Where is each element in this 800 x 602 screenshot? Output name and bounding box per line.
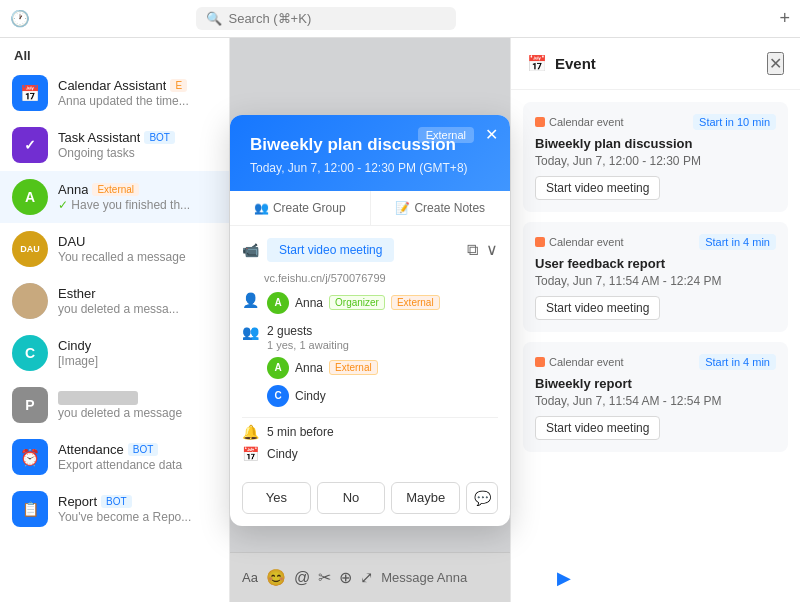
message-icon-button[interactable]: 💬 (466, 482, 498, 514)
avatar-task: ✓ (12, 127, 48, 163)
group-icon: 👥 (254, 201, 269, 215)
chat-preview: you deleted a messa... (58, 302, 217, 316)
calendar-icon: 📅 (242, 446, 259, 462)
event-time-badge-3: Start in 4 min (699, 354, 776, 370)
chat-item-calendar-assistant[interactable]: 📅 Calendar Assistant E Anna updated the … (0, 67, 229, 119)
organizer-row: 👤 A Anna Organizer External (242, 292, 498, 314)
tab-create-notes[interactable]: 📝 Create Notes (371, 191, 511, 225)
chat-item-task-assistant[interactable]: ✓ Task Assistant BOT Ongoing tasks (0, 119, 229, 171)
guest-external-tag: External (329, 360, 378, 375)
guests-count: 2 guests (267, 324, 378, 338)
copy-link-icon[interactable]: ⧉ (467, 241, 478, 259)
avatar-cindy: C (12, 335, 48, 371)
event-time-2: Today, Jun 7, 11:54 AM - 12:24 PM (535, 274, 776, 288)
guests-row: 👥 2 guests 1 yes, 1 awaiting A Anna Exte… (242, 324, 498, 407)
chat-badge: BOT (128, 443, 159, 456)
event-panel: 📅 Event ✕ Calendar event Start in 10 min… (510, 38, 800, 602)
chat-area: External ✕ Biweekly plan discussion Toda… (230, 38, 510, 602)
guest-avatar-cindy: C (267, 385, 289, 407)
chat-name: Esther (58, 286, 96, 301)
event-icon: 📅 (527, 54, 547, 73)
start-video-button[interactable]: Start video meeting (267, 238, 394, 262)
modal-body: 📹 Start video meeting ⧉ ∨ vc.feishu.cn/j… (230, 226, 510, 474)
event-title-1: Biweekly plan discussion (535, 136, 776, 151)
chat-preview: Anna updated the time... (58, 94, 217, 108)
event-card-3: Calendar event Start in 4 min Biweekly r… (523, 342, 788, 452)
event-type-1: Calendar event (535, 116, 624, 128)
chat-name: DAU (58, 234, 85, 249)
yes-button[interactable]: Yes (242, 482, 311, 514)
bell-icon: 🔔 (242, 424, 259, 440)
chat-preview: Ongoing tasks (58, 146, 217, 160)
history-icon[interactable]: 🕐 (10, 9, 30, 28)
chat-preview: You recalled a message (58, 250, 217, 264)
avatar-attendance: ⏰ (12, 439, 48, 475)
chat-name: Cindy (58, 338, 91, 353)
tab-create-group[interactable]: 👥 Create Group (230, 191, 371, 225)
chat-item-cindy[interactable]: C Cindy [Image] (0, 327, 229, 379)
chat-preview: you deleted a message (58, 406, 217, 420)
chat-preview: [Image] (58, 354, 217, 368)
event-time-badge-1: Start in 10 min (693, 114, 776, 130)
event-time-badge-2: Start in 4 min (699, 234, 776, 250)
send-button[interactable]: ▶ (557, 567, 571, 589)
chat-item-report[interactable]: 📋 Report BOT You've become a Repo... (0, 483, 229, 535)
event-panel-title: Event (555, 55, 759, 72)
chat-name: Calendar Assistant (58, 78, 166, 93)
maybe-button[interactable]: Maybe (391, 482, 460, 514)
expand-icon[interactable]: ∨ (486, 240, 498, 259)
chat-badge: E (170, 79, 187, 92)
chat-badge: BOT (101, 495, 132, 508)
chat-item-dau[interactable]: DAU DAU You recalled a message (0, 223, 229, 275)
no-button[interactable]: No (317, 482, 386, 514)
avatar-esther (12, 283, 48, 319)
modal-overlay: External ✕ Biweekly plan discussion Toda… (230, 38, 510, 602)
event-card-2: Calendar event Start in 4 min User feedb… (523, 222, 788, 332)
divider (242, 417, 498, 418)
search-input[interactable] (228, 11, 446, 26)
start-meeting-button-1[interactable]: Start video meeting (535, 176, 660, 200)
video-icon: 📹 (242, 242, 259, 258)
chat-badge: External (92, 183, 139, 196)
event-card-header-1: Calendar event Start in 10 min (535, 114, 776, 130)
chat-name: Task Assistant (58, 130, 140, 145)
sidebar-header: All (0, 38, 229, 67)
chat-item-platform[interactable]: P you deleted a message (0, 379, 229, 431)
event-time-3: Today, Jun 7, 11:54 AM - 12:54 PM (535, 394, 776, 408)
chat-preview: ✓ Have you finished th... (58, 198, 217, 212)
chat-name: Attendance (58, 442, 124, 457)
sidebar: All 📅 Calendar Assistant E Anna updated … (0, 38, 230, 602)
event-card-1: Calendar event Start in 10 min Biweekly … (523, 102, 788, 212)
chat-badge: BOT (144, 131, 175, 144)
meeting-link: vc.feishu.cn/j/570076799 (264, 272, 498, 284)
guest-name-cindy: Cindy (295, 389, 326, 403)
guests-icon: 👥 (242, 324, 259, 340)
notes-icon: 📝 (395, 201, 410, 215)
avatar-calendar: 📅 (12, 75, 48, 111)
person-icon: 👤 (242, 292, 259, 308)
organizer-tag: Organizer (329, 295, 385, 310)
guests-status: 1 yes, 1 awaiting (267, 339, 378, 351)
external-tag: External (391, 295, 440, 310)
modal-subtitle: Today, Jun 7, 12:00 - 12:30 PM (GMT+8) (250, 161, 490, 175)
start-meeting-button-2[interactable]: Start video meeting (535, 296, 660, 320)
chat-item-anna[interactable]: A Anna External ✓ Have you finished th..… (0, 171, 229, 223)
modal-close-button[interactable]: ✕ (485, 125, 498, 144)
chat-name: Anna (58, 182, 88, 197)
start-meeting-button-3[interactable]: Start video meeting (535, 416, 660, 440)
guest-item-anna: A Anna External (267, 357, 378, 379)
chat-item-attendance[interactable]: ⏰ Attendance BOT Export attendance data (0, 431, 229, 483)
chat-item-esther[interactable]: Esther you deleted a messa... (0, 275, 229, 327)
top-bar: 🕐 🔍 + (0, 0, 800, 38)
event-dot-3 (535, 357, 545, 367)
event-panel-close-button[interactable]: ✕ (767, 52, 784, 75)
search-icon: 🔍 (206, 11, 222, 26)
event-type-3: Calendar event (535, 356, 624, 368)
add-icon[interactable]: + (779, 8, 790, 29)
avatar-platform: P (12, 387, 48, 423)
event-modal: External ✕ Biweekly plan discussion Toda… (230, 115, 510, 526)
avatar-dau: DAU (12, 231, 48, 267)
search-bar[interactable]: 🔍 (196, 7, 456, 30)
chat-preview: Export attendance data (58, 458, 217, 472)
calendar-row: 📅 Cindy (242, 446, 498, 462)
